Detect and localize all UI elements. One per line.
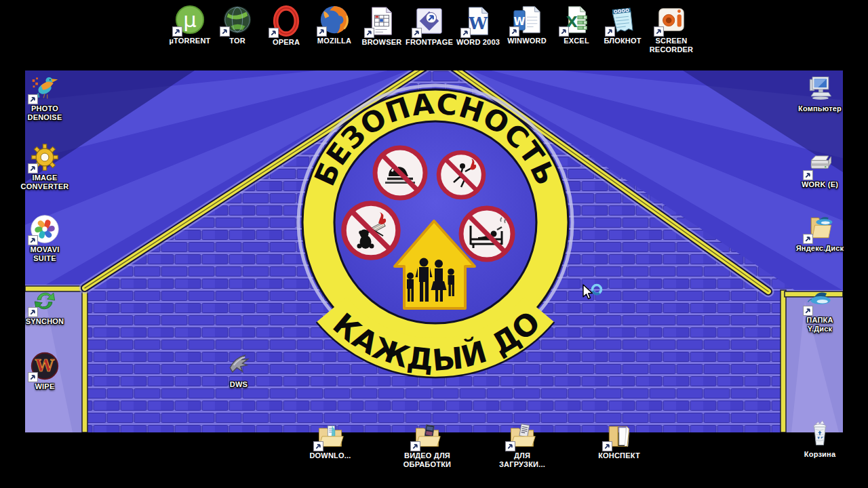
shortcut-arrow-icon — [559, 26, 569, 37]
firefox-icon — [319, 4, 350, 35]
shortcut-arrow-icon — [460, 28, 471, 38]
shortcut-arrow-icon — [654, 26, 664, 37]
icon-label: КОНСПЕКТ — [598, 451, 640, 460]
icon-label: WORK (E) — [802, 180, 838, 189]
shortcut-arrow-icon — [172, 26, 182, 37]
icon-label: Компьютер — [798, 104, 842, 113]
opera-icon — [271, 5, 302, 37]
shortcut-arrow-icon — [364, 28, 374, 38]
desktop-icon-work-e[interactable]: WORK (E) — [787, 149, 852, 189]
icon-label: ВИДЕО ДЛЯ ОБРАБОТКИ — [403, 451, 451, 469]
svg-text:W: W — [514, 16, 526, 28]
desktop-icon-dws[interactable]: DWS — [206, 349, 271, 389]
desktop-icon-для-загрузки[interactable]: ДЛЯ ЗАГРУЗКИ... — [490, 420, 555, 469]
folder-downloads-icon — [315, 420, 345, 450]
screen-recorder-icon — [656, 4, 687, 35]
shortcut-arrow-icon — [28, 94, 38, 104]
frontpage-icon — [414, 5, 445, 37]
no-iron-sign — [375, 148, 425, 198]
desktop-icon-компьютер[interactable]: Компьютер — [787, 73, 852, 113]
shortcut-arrow-icon — [220, 26, 230, 37]
shortcut-arrow-icon — [28, 372, 38, 382]
shortcut-arrow-icon — [509, 26, 519, 37]
icon-label: DOWNLO... — [309, 451, 351, 460]
desktop-icon-конспект[interactable]: КОНСПЕКТ — [587, 420, 652, 460]
mouse-cursor-busy — [580, 283, 605, 305]
icon-label: ДЛЯ ЗАГРУЗКИ... — [499, 451, 545, 469]
icon-label: PHOTO DENOISE — [28, 104, 62, 122]
icon-label: TOR — [229, 37, 245, 45]
shortcut-arrow-icon — [803, 170, 813, 180]
shortcut-arrow-icon — [28, 163, 38, 174]
icon-label: Яндекс.Диск — [796, 244, 844, 253]
recycle-bin-full-icon — [805, 419, 835, 449]
icon-label: Корзина — [804, 450, 835, 459]
wallpaper-art: БЕЗОПАСНОСТЬ В КАЖДЫЙ ДОМ — [25, 70, 843, 432]
icon-label: OPERA — [273, 38, 300, 47]
icon-label: ПАПКА Y.Диск — [806, 316, 833, 333]
wallpaper: БЕЗОПАСНОСТЬ В КАЖДЫЙ ДОМ — [25, 70, 843, 432]
no-open-fire-sign — [439, 152, 484, 197]
shortcut-arrow-icon — [28, 235, 38, 245]
icon-label: IMAGE CONVERTER — [21, 174, 69, 191]
gear-icon — [30, 142, 60, 172]
icon-label: WORD 2003 — [456, 38, 500, 47]
excel-icon: X — [561, 4, 592, 35]
computer-monitor-icon — [805, 73, 835, 103]
icon-label: MOZILLA — [317, 37, 351, 45]
notepad-icon — [607, 4, 638, 35]
no-matches-sign — [344, 203, 398, 258]
desktop: БЕЗОПАСНОСТЬ В КАЖДЫЙ ДОМ — [0, 0, 868, 488]
hummingbird-icon — [30, 73, 60, 103]
shortcut-arrow-icon — [28, 307, 38, 317]
browser-document-icon — [366, 5, 397, 37]
utorrent-icon: µ — [174, 4, 205, 35]
desktop-icon-synchon[interactable]: SYNCHON — [12, 286, 77, 326]
desktop-icon-яндекс-диск[interactable]: Яндекс.Диск — [787, 213, 852, 253]
no-smoking-in-bed-sign — [461, 208, 513, 260]
dws-bird-icon — [224, 349, 254, 379]
desktop-icon-корзина[interactable]: Корзина — [787, 419, 852, 459]
icon-label: WINWORD — [507, 37, 547, 45]
winword-icon: W — [511, 4, 542, 35]
ufo-saucer-icon — [805, 285, 835, 314]
shortcut-arrow-icon — [602, 441, 612, 451]
word2003-icon: W — [462, 5, 494, 37]
icon-label: БЛОКНОТ — [604, 37, 641, 45]
shortcut-arrow-icon — [803, 306, 813, 316]
folder-open-empty-icon — [604, 420, 634, 450]
shortcut-arrow-icon — [505, 441, 515, 451]
icon-label: WIPE — [35, 382, 55, 391]
folder-video-icon — [412, 420, 442, 450]
shortcut-arrow-icon — [313, 441, 323, 451]
yandex-disk-folder-icon — [805, 213, 835, 243]
shortcut-arrow-icon — [269, 28, 279, 38]
icon-label: SCREEN RECORDER — [650, 37, 694, 54]
shortcut-arrow-icon — [412, 28, 422, 38]
shortcut-arrow-icon — [410, 441, 420, 451]
desktop-icon-папка-y-диск[interactable]: ПАПКА Y.Диск — [787, 285, 852, 333]
icon-label: EXCEL — [564, 37, 589, 45]
desktop-icon-downlo[interactable]: DOWNLO... — [298, 420, 363, 460]
icon-label: MOVAVI SUITE — [31, 245, 60, 263]
icon-label: DWS — [230, 380, 248, 389]
desktop-icon-image-converter[interactable]: IMAGE CONVERTER — [12, 142, 77, 191]
folder-papers-icon — [507, 420, 537, 450]
shortcut-arrow-icon — [317, 26, 327, 37]
shortcut-arrow-icon — [605, 26, 615, 37]
desktop-icon-screen-recorder[interactable]: SCREEN RECORDER — [639, 4, 704, 54]
desktop-icon-photo-denoise[interactable]: PHOTO DENOISE — [12, 73, 77, 122]
tor-globe-icon — [222, 4, 253, 35]
icon-label: SYNCHON — [26, 317, 64, 326]
desktop-icon-movavi-suite[interactable]: MOVAVI SUITE — [12, 214, 77, 263]
desktop-icon-видео-для-обработки[interactable]: ВИДЕО ДЛЯ ОБРАБОТКИ — [395, 420, 460, 469]
movavi-pinwheel-icon — [30, 214, 60, 244]
wipe-w-icon: W — [30, 351, 60, 381]
sync-arrows-icon — [30, 286, 60, 316]
icon-label: BROWSER — [362, 38, 402, 47]
hard-drive-icon — [805, 149, 835, 179]
desktop-icon-wipe[interactable]: WWIPE — [12, 351, 77, 391]
svg-text:W: W — [468, 14, 488, 33]
svg-text:µ: µ — [183, 8, 197, 32]
shortcut-arrow-icon — [803, 234, 813, 244]
